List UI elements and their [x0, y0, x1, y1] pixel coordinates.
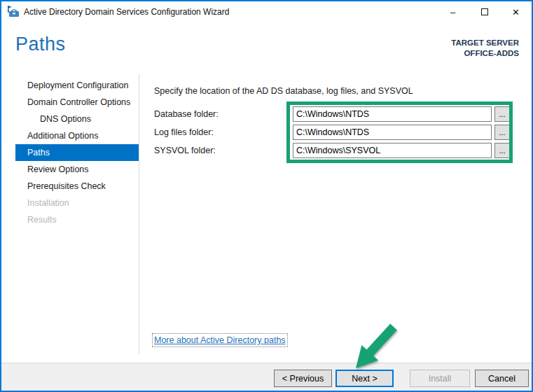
- wizard-steps-sidebar: Deployment Configuration Domain Controll…: [15, 77, 139, 228]
- sidebar-item-review-options[interactable]: Review Options: [15, 161, 139, 178]
- sysvol-folder-label: SYSVOL folder:: [154, 143, 216, 158]
- sidebar-divider: [139, 74, 139, 354]
- page-title: Paths: [15, 34, 66, 55]
- target-server-label: TARGET SERVER: [451, 38, 519, 48]
- sidebar-item-results: Results: [15, 211, 139, 228]
- log-files-folder-input[interactable]: [293, 125, 492, 140]
- previous-button[interactable]: < Previous: [274, 370, 332, 387]
- cancel-button[interactable]: Cancel: [475, 370, 529, 387]
- window-title: Active Directory Domain Services Configu…: [24, 1, 229, 22]
- instruction-text: Specify the location of the AD DS databa…: [154, 86, 413, 96]
- log-files-folder-browse-button[interactable]: ...: [494, 125, 510, 140]
- sysvol-folder-input[interactable]: [293, 143, 492, 158]
- sidebar-item-prerequisites-check[interactable]: Prerequisites Check: [15, 178, 139, 195]
- sysvol-folder-browse-button[interactable]: ...: [494, 143, 510, 158]
- maximize-icon: [481, 8, 488, 15]
- wizard-window: Active Directory Domain Services Configu…: [0, 0, 533, 392]
- sidebar-item-dns-options[interactable]: DNS Options: [15, 111, 139, 127]
- minimize-button[interactable]: –: [437, 1, 469, 22]
- close-button[interactable]: ✕: [500, 1, 532, 22]
- next-button[interactable]: Next >: [335, 370, 394, 387]
- target-server: TARGET SERVER OFFICE-ADDS: [451, 38, 519, 59]
- server-manager-toolbox-icon: [7, 6, 21, 18]
- sidebar-item-paths[interactable]: Paths: [15, 144, 139, 161]
- install-button: Install: [410, 370, 470, 387]
- more-about-paths-link[interactable]: More about Active Directory paths: [154, 335, 286, 345]
- log-files-folder-label: Log files folder:: [154, 125, 214, 140]
- sidebar-item-deployment-configuration[interactable]: Deployment Configuration: [15, 77, 139, 94]
- sidebar-item-installation: Installation: [15, 195, 139, 211]
- titlebar: Active Directory Domain Services Configu…: [1, 1, 532, 22]
- maximize-button[interactable]: [469, 1, 500, 22]
- database-folder-input[interactable]: [293, 106, 492, 122]
- database-folder-label: Database folder:: [154, 106, 219, 122]
- sidebar-item-additional-options[interactable]: Additional Options: [15, 127, 139, 144]
- database-folder-browse-button[interactable]: ...: [494, 106, 510, 122]
- sidebar-item-domain-controller-options[interactable]: Domain Controller Options: [15, 94, 139, 111]
- target-server-name: OFFICE-ADDS: [451, 48, 519, 59]
